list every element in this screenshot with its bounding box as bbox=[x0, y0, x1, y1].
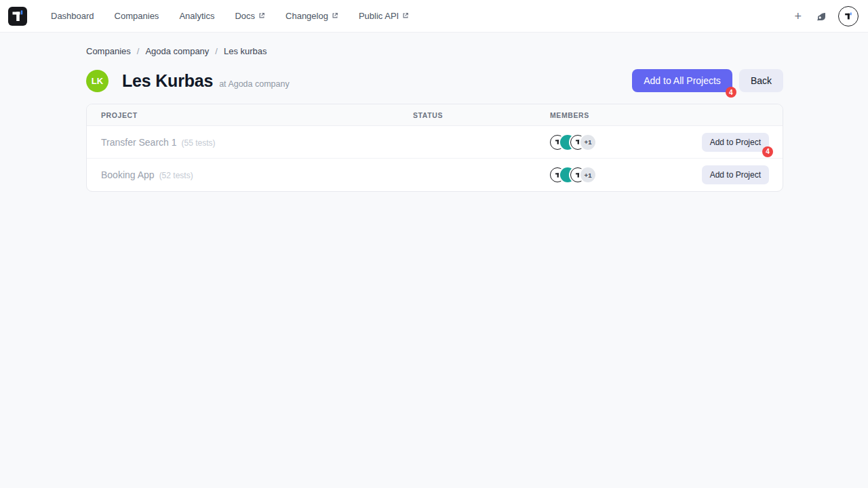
page-title: Les Kurbas bbox=[122, 71, 213, 91]
breadcrumb-les-kurbas[interactable]: Les kurbas bbox=[224, 46, 267, 56]
add-to-project-label: Add to Project bbox=[710, 170, 761, 180]
nav-item-changelog[interactable]: Changelog bbox=[278, 5, 346, 26]
projects-table: Project Status Members Transfer Search 1… bbox=[86, 104, 783, 192]
user-avatar[interactable] bbox=[838, 6, 859, 26]
members-cell: +1 bbox=[550, 135, 702, 150]
project-tests-count: (52 tests) bbox=[159, 171, 193, 180]
nav-item-label: Docs bbox=[235, 11, 255, 21]
members-overflow-count[interactable]: +1 bbox=[580, 167, 595, 182]
project-link[interactable]: Booking App (52 tests) bbox=[87, 169, 413, 180]
add-new-button[interactable]: + bbox=[791, 9, 804, 24]
person-avatar: LK bbox=[86, 70, 108, 92]
page-header: LK Les Kurbas at Agoda company Add to Al… bbox=[86, 69, 783, 92]
main-nav: Dashboard Companies Analytics Docs Chang… bbox=[43, 5, 416, 26]
add-to-all-projects-button[interactable]: Add to All Projects 4 bbox=[632, 69, 732, 92]
column-header-members: Members bbox=[550, 111, 783, 119]
nav-item-label: Analytics bbox=[179, 11, 214, 21]
nav-item-label: Changelog bbox=[285, 11, 328, 21]
top-navigation: Dashboard Companies Analytics Docs Chang… bbox=[0, 0, 868, 33]
nav-item-public-api[interactable]: Public API bbox=[351, 5, 416, 26]
project-link[interactable]: Transfer Search 1 (55 tests) bbox=[87, 137, 413, 148]
column-header-status: Status bbox=[413, 111, 550, 119]
project-name: Booking App bbox=[101, 169, 155, 180]
column-header-project: Project bbox=[87, 111, 413, 119]
external-link-icon bbox=[402, 11, 409, 21]
back-button[interactable]: Back bbox=[739, 69, 783, 92]
nav-item-companies[interactable]: Companies bbox=[107, 5, 167, 26]
nav-right-controls: + bbox=[791, 6, 859, 26]
members-cell: +1 bbox=[550, 167, 702, 182]
nav-item-label: Dashboard bbox=[51, 11, 94, 21]
add-to-project-label: Add to Project bbox=[710, 138, 761, 147]
notification-badge: 4 bbox=[726, 87, 736, 98]
breadcrumb-separator: / bbox=[215, 46, 218, 56]
breadcrumb-agoda-company[interactable]: Agoda company bbox=[145, 46, 209, 56]
members-overflow-count[interactable]: +1 bbox=[580, 135, 595, 150]
search-icon[interactable] bbox=[815, 10, 827, 22]
nav-item-analytics[interactable]: Analytics bbox=[172, 5, 222, 26]
nav-item-label: Public API bbox=[359, 11, 399, 21]
project-tests-count: (55 tests) bbox=[182, 138, 216, 148]
add-to-all-projects-label: Add to All Projects bbox=[644, 75, 721, 86]
nav-item-label: Companies bbox=[115, 11, 159, 21]
table-row: Booking App (52 tests) bbox=[87, 159, 783, 191]
nav-item-dashboard[interactable]: Dashboard bbox=[43, 5, 102, 26]
project-name: Transfer Search 1 bbox=[101, 137, 177, 148]
add-to-project-button[interactable]: Add to Project bbox=[702, 165, 769, 184]
app-logo-icon[interactable] bbox=[8, 7, 27, 26]
external-link-icon bbox=[332, 11, 338, 21]
breadcrumb-separator: / bbox=[137, 46, 140, 56]
notification-badge: 4 bbox=[762, 146, 773, 157]
breadcrumb: Companies / Agoda company / Les kurbas bbox=[86, 46, 783, 56]
breadcrumb-companies[interactable]: Companies bbox=[86, 46, 131, 56]
nav-item-docs[interactable]: Docs bbox=[227, 5, 273, 26]
table-header-row: Project Status Members bbox=[87, 104, 783, 126]
table-row: Transfer Search 1 (55 tests) bbox=[87, 126, 783, 159]
page-subtitle: at Agoda company bbox=[219, 79, 290, 89]
page-content: Companies / Agoda company / Les kurbas L… bbox=[0, 33, 868, 192]
external-link-icon bbox=[258, 11, 265, 21]
add-to-project-button[interactable]: Add to Project 4 bbox=[702, 133, 769, 152]
